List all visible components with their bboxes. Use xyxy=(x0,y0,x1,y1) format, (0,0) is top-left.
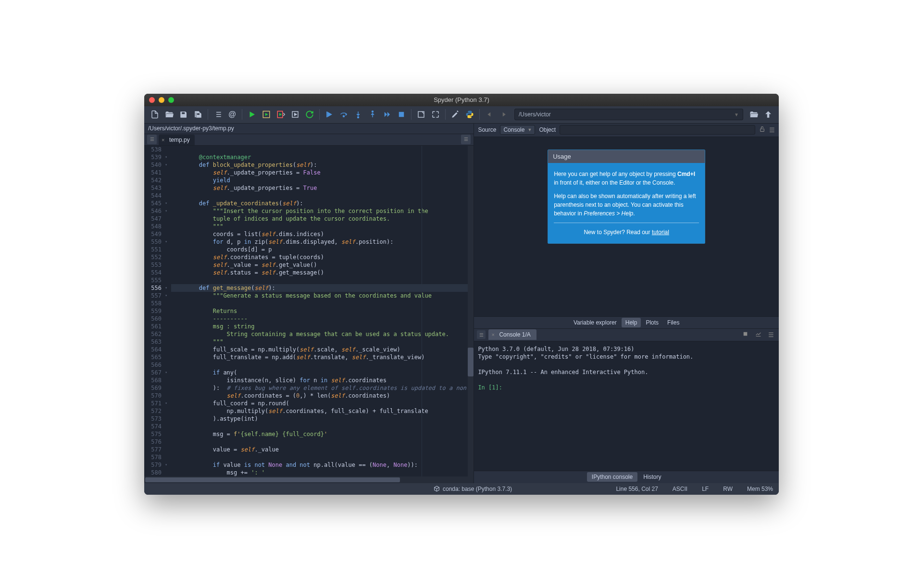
help-header: Source Console ▼ Object ☰ xyxy=(474,124,779,137)
tab-plots[interactable]: Plots xyxy=(642,318,662,327)
status-encoding[interactable]: ASCII xyxy=(673,486,687,492)
console-browse-tabs-icon[interactable]: ☰ xyxy=(477,330,486,339)
svg-point-10 xyxy=(343,115,345,117)
save-all-icon[interactable] xyxy=(191,108,205,121)
svg-rect-16 xyxy=(744,332,748,336)
tutorial-link[interactable]: tutorial xyxy=(652,229,669,236)
run-icon[interactable] xyxy=(245,108,259,121)
tab-variable-explorer[interactable]: Variable explorer xyxy=(570,318,621,327)
working-dir-text: /Users/victor xyxy=(519,111,551,118)
help-footer: New to Spyder? Read our tutorial xyxy=(554,228,699,237)
run-cell-advance-icon[interactable] xyxy=(274,108,287,121)
outline-icon[interactable] xyxy=(211,108,225,121)
help-body: Usage Here you can get help of any objec… xyxy=(474,137,779,316)
status-cursor[interactable]: Line 556, Col 27 xyxy=(616,486,658,492)
help-p1: Here you can get help of any object by p… xyxy=(554,170,699,187)
stop-debug-icon[interactable] xyxy=(395,108,408,121)
tab-history[interactable]: History xyxy=(638,472,666,482)
app-window: Spyder (Python 3.7) @ /Users/victor xyxy=(144,94,779,495)
working-dir-input[interactable]: /Users/victor ▼ xyxy=(514,109,743,120)
tab-files[interactable]: Files xyxy=(663,318,683,327)
step-into-icon[interactable] xyxy=(351,108,365,121)
status-env[interactable]: conda: base (Python 3.7.3) xyxy=(434,486,512,492)
svg-point-12 xyxy=(372,111,374,113)
maximize-icon[interactable] xyxy=(429,108,442,121)
help-p2: Help can also be shown automatically aft… xyxy=(554,192,699,218)
code-editor[interactable]: 538 539 ▾540 ▾541 542 543 544 545 ▾546 ▾… xyxy=(144,146,474,476)
tab-ipython[interactable]: IPython console xyxy=(587,472,637,482)
step-over-icon[interactable] xyxy=(337,108,350,121)
save-icon[interactable] xyxy=(177,108,190,121)
status-perm[interactable]: RW xyxy=(723,486,733,492)
window-zoom[interactable] xyxy=(168,97,174,103)
rerun-icon[interactable] xyxy=(303,108,316,121)
lock-icon[interactable] xyxy=(759,126,765,134)
console-bottom-tabs: IPython console History xyxy=(474,471,779,483)
console-header: ☰ × Console 1/A ☰ xyxy=(474,329,779,341)
forward-icon[interactable] xyxy=(497,108,511,121)
editor-vscrollbar[interactable] xyxy=(468,146,474,476)
new-file-icon[interactable] xyxy=(148,108,162,121)
svg-point-11 xyxy=(358,117,359,118)
browse-tabs-icon[interactable]: ☰ xyxy=(147,135,157,144)
preferences-icon[interactable] xyxy=(449,108,462,121)
console-pane: ☰ × Console 1/A ☰ Python 3.7.0 (default,… xyxy=(474,329,779,483)
editor-tabbar: ☰ × temp.py ☰ xyxy=(144,134,474,146)
stop-kernel-icon[interactable] xyxy=(740,331,750,338)
help-options-icon[interactable]: ☰ xyxy=(769,126,775,134)
run-cell-icon[interactable] xyxy=(260,108,273,121)
file-path-bar: /Users/victor/.spyder-py3/temp.py xyxy=(144,124,474,134)
status-bar: conda: base (Python 3.7.3) Line 556, Col… xyxy=(144,483,779,495)
source-combo[interactable]: Console ▼ xyxy=(500,125,535,135)
editor-tab[interactable]: × temp.py xyxy=(159,135,195,145)
close-console-tab-icon[interactable]: × xyxy=(491,332,494,338)
editor-pane: /Users/victor/.spyder-py3/temp.py ☰ × te… xyxy=(144,124,474,483)
ipython-prompt: In [1]: xyxy=(478,384,502,391)
window-title: Spyder (Python 3.7) xyxy=(144,96,779,103)
python-path-icon[interactable] xyxy=(463,108,476,121)
object-input[interactable] xyxy=(560,125,755,135)
parent-dir-icon[interactable] xyxy=(761,108,775,121)
help-panel-tabs: Variable explorer Help Plots Files xyxy=(474,316,779,329)
editor-hscrollbar[interactable] xyxy=(144,476,474,483)
clear-console-icon[interactable] xyxy=(753,331,763,338)
close-tab-icon[interactable]: × xyxy=(162,137,164,143)
editor-options-icon[interactable]: ☰ xyxy=(461,135,471,144)
step-out-icon[interactable] xyxy=(366,108,379,121)
open-file-icon[interactable] xyxy=(162,108,176,121)
help-usage-card: Usage Here you can get help of any objec… xyxy=(548,150,705,244)
right-pane: Source Console ▼ Object ☰ Usage Here you… xyxy=(474,124,779,483)
console-options-icon[interactable]: ☰ xyxy=(766,331,776,338)
chevron-down-icon: ▼ xyxy=(734,112,739,117)
console-tab-label: Console 1/A xyxy=(499,331,530,338)
find-symbol-icon[interactable]: @ xyxy=(225,108,239,121)
svg-rect-9 xyxy=(326,112,327,117)
back-icon[interactable] xyxy=(483,108,496,121)
console-tab[interactable]: × Console 1/A xyxy=(488,329,536,340)
help-card-title: Usage xyxy=(548,150,705,163)
continue-icon[interactable] xyxy=(380,108,394,121)
debug-icon[interactable] xyxy=(323,108,336,121)
browse-dir-icon[interactable] xyxy=(747,108,761,121)
package-icon xyxy=(434,486,440,492)
tab-label: temp.py xyxy=(169,137,190,143)
main-toolbar: @ /Users/victor ▼ xyxy=(144,106,779,124)
svg-rect-13 xyxy=(399,112,404,117)
titlebar: Spyder (Python 3.7) xyxy=(144,94,779,106)
svg-rect-15 xyxy=(761,129,764,131)
tab-help[interactable]: Help xyxy=(622,318,641,327)
run-selection-icon[interactable] xyxy=(288,108,302,121)
run-file-cell-icon[interactable] xyxy=(414,108,428,121)
window-minimize[interactable] xyxy=(159,97,164,103)
object-label: Object xyxy=(539,126,556,133)
console-output[interactable]: Python 3.7.0 (default, Jun 28 2018, 07:3… xyxy=(474,341,779,471)
source-label: Source xyxy=(478,126,496,133)
window-close[interactable] xyxy=(149,97,155,103)
status-mem[interactable]: Mem 53% xyxy=(747,486,773,492)
chevron-down-icon: ▼ xyxy=(527,127,532,132)
status-eol[interactable]: LF xyxy=(702,486,709,492)
